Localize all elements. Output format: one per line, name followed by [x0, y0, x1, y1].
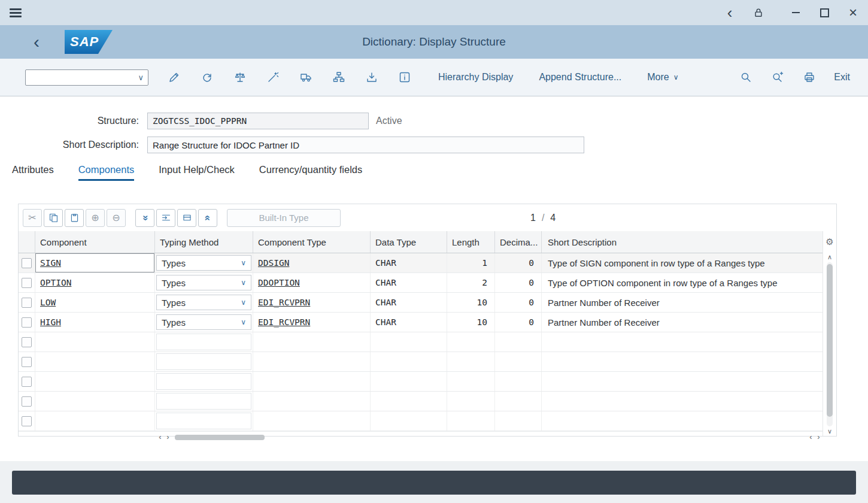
- add-row-button[interactable]: ⊕: [86, 209, 105, 227]
- scroll-up-icon[interactable]: ∧: [827, 253, 832, 262]
- expand-down-button[interactable]: «: [135, 209, 154, 227]
- row-checkbox[interactable]: [22, 396, 32, 407]
- horizontal-scroll-thumb[interactable]: [175, 435, 265, 440]
- tab-currency-quantity-fields[interactable]: Currency/quantity fields: [259, 164, 362, 181]
- row-checkbox[interactable]: [22, 337, 32, 347]
- scroll-right-icon[interactable]: ›: [815, 432, 823, 443]
- minimize-button[interactable]: [789, 6, 802, 19]
- component-type-link[interactable]: EDI_RCVPRN: [258, 298, 310, 307]
- decimals-cell: 0: [495, 253, 542, 272]
- maximize-button[interactable]: [818, 6, 831, 19]
- chevron-down-icon: ∨: [241, 278, 246, 287]
- download-icon: [366, 71, 378, 83]
- row-checkbox[interactable]: [22, 278, 32, 288]
- info-button[interactable]: [397, 70, 412, 84]
- nav-back-icon[interactable]: ‹: [723, 6, 736, 19]
- component-link[interactable]: OPTION: [40, 278, 71, 287]
- component-type-link[interactable]: DDOPTION: [258, 278, 300, 287]
- more-button[interactable]: More ∨: [647, 72, 678, 83]
- copy-button[interactable]: [44, 209, 63, 227]
- column-header-component[interactable]: Component: [35, 231, 155, 253]
- table-row: SIGN Types ∨ DDSIGN CHAR 1 0 Type of SIG…: [19, 253, 823, 273]
- component-type-link[interactable]: DDSIGN: [258, 258, 289, 268]
- table-row: OPTION Types ∨ DDOPTION CHAR 2 0 Type of…: [19, 273, 823, 293]
- typing-method-dropdown[interactable]: Types ∨: [156, 255, 251, 271]
- duplicate-row-button[interactable]: [177, 209, 196, 227]
- hierarchy-button[interactable]: [332, 70, 346, 84]
- built-in-type-button[interactable]: Built-In Type: [227, 209, 341, 227]
- application-toolbar: ∨: [0, 59, 868, 96]
- refresh-button[interactable]: [200, 70, 214, 84]
- row-checkbox[interactable]: [22, 416, 32, 426]
- table-header-row: Component Typing Method Component Type D…: [19, 231, 823, 253]
- typing-method-dropdown[interactable]: Types ∨: [156, 275, 251, 290]
- typing-method-dropdown: [156, 413, 251, 429]
- activate-button[interactable]: [266, 70, 280, 84]
- short-description-cell: Type of OPTION component in row type of …: [542, 273, 823, 292]
- collapse-up-button[interactable]: «: [198, 209, 217, 227]
- vertical-scroll-track[interactable]: [827, 262, 833, 426]
- paste-button[interactable]: [65, 209, 84, 227]
- tab-components[interactable]: Components: [78, 164, 135, 181]
- row-checkbox[interactable]: [22, 317, 32, 328]
- row-checkbox[interactable]: [22, 258, 32, 268]
- scroll-left-icon[interactable]: ‹: [156, 432, 164, 443]
- search-more-button[interactable]: [770, 70, 785, 84]
- search-icon: [740, 71, 752, 83]
- length-cell: 2: [447, 273, 495, 292]
- cut-button[interactable]: ✂: [23, 209, 42, 227]
- exit-button[interactable]: Exit: [834, 72, 850, 83]
- scroll-down-icon[interactable]: ∨: [827, 427, 832, 436]
- short-description-row: Short Description: Range Structure for I…: [0, 137, 584, 153]
- structure-field[interactable]: ZOGTCSS_IDOC_PPPRN: [147, 113, 369, 129]
- vertical-scroll-thumb[interactable]: [827, 264, 833, 417]
- tab-input-help-check[interactable]: Input Help/Check: [159, 164, 235, 181]
- typing-method-dropdown: [156, 334, 251, 350]
- page-separator: /: [542, 213, 544, 223]
- column-header-component-type[interactable]: Component Type: [253, 231, 371, 253]
- print-button[interactable]: [802, 70, 817, 84]
- menu-button[interactable]: [8, 5, 23, 20]
- typing-method-dropdown: [156, 393, 251, 410]
- column-header-data-type[interactable]: Data Type: [371, 231, 447, 253]
- component-type-link[interactable]: EDI_RCVPRN: [258, 317, 310, 327]
- status-active-label: Active: [376, 116, 402, 126]
- double-chevron-down-icon: «: [139, 215, 151, 220]
- component-link[interactable]: SIGN: [40, 258, 61, 268]
- scroll-left-icon[interactable]: ‹: [807, 432, 815, 443]
- copy-icon: [48, 213, 59, 223]
- typing-method-dropdown[interactable]: Types ∨: [156, 295, 251, 310]
- chevron-down-icon[interactable]: ∨: [138, 73, 144, 82]
- row-checkbox[interactable]: [22, 357, 32, 367]
- select-all-header-cell[interactable]: [19, 231, 35, 253]
- runtime-object-button[interactable]: [299, 70, 313, 84]
- row-checkbox[interactable]: [22, 377, 32, 387]
- data-type-cell: CHAR: [371, 253, 447, 272]
- tab-attributes[interactable]: Attributes: [12, 164, 54, 181]
- search-button[interactable]: [739, 70, 753, 84]
- component-link[interactable]: LOW: [40, 298, 56, 307]
- decimals-cell: 0: [495, 293, 542, 312]
- display-change-button[interactable]: [167, 70, 181, 84]
- search-plus-icon: [772, 71, 784, 83]
- typing-method-dropdown[interactable]: Types ∨: [156, 314, 251, 330]
- hierarchy-display-button[interactable]: Hierarchy Display: [438, 72, 513, 83]
- short-description-field[interactable]: Range Structure for IDOC Partner ID: [147, 137, 584, 153]
- component-link[interactable]: HIGH: [40, 317, 61, 327]
- back-button[interactable]: ‹: [34, 33, 40, 51]
- close-icon[interactable]: ×: [846, 6, 860, 19]
- column-header-decimals[interactable]: Decima...: [495, 231, 542, 253]
- lock-button[interactable]: [752, 6, 765, 19]
- column-header-length[interactable]: Length: [447, 231, 495, 253]
- row-checkbox[interactable]: [22, 298, 32, 308]
- download-button[interactable]: [365, 70, 379, 84]
- scroll-right-icon[interactable]: ›: [164, 432, 172, 443]
- command-field[interactable]: ∨: [25, 69, 148, 86]
- remove-row-button[interactable]: ⊖: [107, 209, 126, 227]
- table-settings-button[interactable]: ⚙: [825, 231, 833, 253]
- append-structure-button[interactable]: Append Structure...: [539, 72, 621, 83]
- consistency-check-button[interactable]: [233, 70, 247, 84]
- insert-row-button[interactable]: [156, 209, 175, 227]
- column-header-short-description[interactable]: Short Description: [542, 231, 823, 253]
- column-header-typing-method[interactable]: Typing Method: [155, 231, 253, 253]
